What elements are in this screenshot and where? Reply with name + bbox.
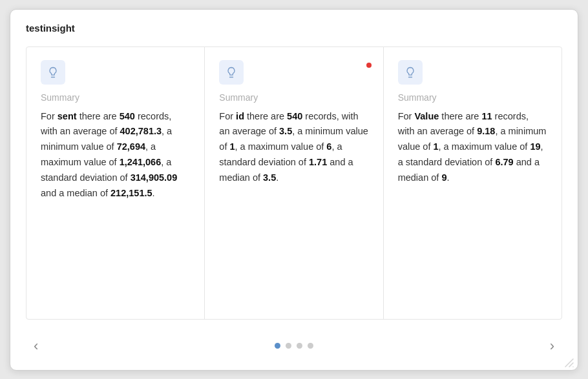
card-body-text: For sent there are 540 records, with an … [41,109,190,202]
main-window: testinsight SummaryFor sent there are 54… [10,9,578,371]
card-value: SummaryFor Value there are 11 records, w… [384,47,562,319]
card-sent: SummaryFor sent there are 540 records, w… [26,47,205,319]
card-label: Summary [41,92,190,103]
nav-dot-3[interactable] [308,343,313,349]
lightbulb-icon [404,66,417,79]
bottom-nav: ‹ › [26,335,562,357]
nav-dot-2[interactable] [297,343,302,349]
dots-indicator [275,343,313,349]
card-icon-wrap [219,60,244,85]
lightbulb-icon [225,66,238,79]
card-icon-wrap [41,60,65,85]
card-icon-wrap [398,60,423,85]
prev-button[interactable]: ‹ [28,335,43,357]
card-body-text: For Value there are 11 records, with an … [398,109,547,187]
notification-dot [366,63,372,68]
next-button[interactable]: › [545,335,560,357]
nav-dot-1[interactable] [286,343,291,349]
card-label: Summary [219,92,368,103]
card-label: Summary [398,92,547,103]
card-body-text: For id there are 540 records, with an av… [219,109,368,187]
window-title: testinsight [26,23,562,34]
cards-area: SummaryFor sent there are 540 records, w… [26,46,562,320]
resize-handle[interactable] [565,358,574,367]
card-id: SummaryFor id there are 540 records, wit… [205,47,383,319]
nav-dot-0[interactable] [275,343,280,349]
lightbulb-icon [47,66,59,79]
